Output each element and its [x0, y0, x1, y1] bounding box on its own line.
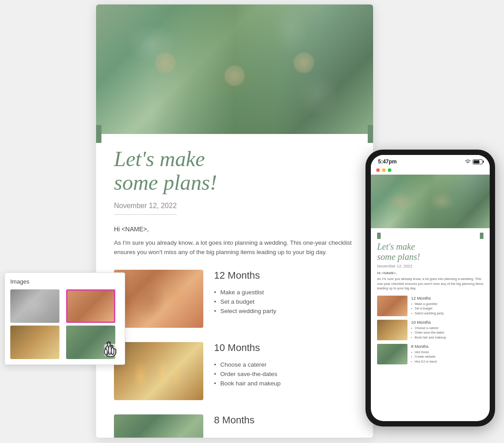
phone-hero-image [371, 175, 490, 228]
phone-email-greeting: Hi <NAME>, [377, 271, 483, 275]
email-title-line1: Let's make [114, 147, 205, 171]
accent-bar-left [96, 125, 101, 143]
phone-accent-bars [377, 233, 483, 239]
email-date: November 12, 2022 [114, 202, 177, 215]
browser-dot-yellow [382, 168, 386, 172]
section-text-8-months: 8 Months [214, 414, 355, 432]
list-item: Select wedding party [214, 306, 355, 316]
phone-status-icons [465, 159, 483, 164]
phone-section-img-glasses [377, 320, 407, 340]
phone-list-item: Hire florist [411, 350, 483, 355]
phone-section-heading-10: 10 Months [411, 320, 483, 325]
phone-list-item: Select wedding party [411, 311, 483, 316]
phone-screen: 5:47pm [371, 155, 490, 421]
battery-icon [473, 159, 483, 164]
email-content: Let's make some plans! November 12, 2022… [96, 134, 373, 438]
phone-email-date: November 12, 2022 [377, 264, 483, 268]
phone-list-item: Choose a caterer [411, 326, 483, 331]
email-hero-image [96, 4, 373, 134]
phone-section-12-months: 12 Months Make a guestlist Set a budget … [377, 296, 483, 316]
list-item: Book hair and makeup [214, 379, 355, 388]
browser-dot-red [376, 168, 380, 172]
section-list-12-months: Make a guestlist Set a budget Select wed… [214, 288, 355, 316]
section-heading-12-months: 12 Months [214, 270, 355, 281]
email-section-8-months: 8 Months [114, 414, 355, 438]
phone-list-item: Hire DJ or band [411, 359, 483, 364]
section-heading-8-months: 8 Months [214, 414, 355, 426]
phone-section-img-couple [377, 296, 407, 316]
phone-status-bar: 5:47pm [371, 155, 490, 167]
phone-accent-bar-right [480, 233, 483, 239]
phone-browser-bar [371, 167, 490, 175]
phone-list-item: Set a budget [411, 306, 483, 311]
section-list-10-months: Choose a caterer Order save-the-dates Bo… [214, 360, 355, 388]
section-image-floral [114, 414, 203, 438]
phone-list-item: Create website [411, 355, 483, 359]
section-image-glasses [114, 342, 203, 400]
email-section-10-months: 10 Months Choose a caterer Order save-th… [114, 342, 355, 400]
images-panel: Images [4, 272, 125, 365]
section-text-10-months: 10 Months Choose a caterer Order save-th… [214, 342, 355, 388]
phone-section-text-12: 12 Months Make a guestlist Set a budget … [411, 296, 483, 316]
list-item: Make a guestlist [214, 288, 355, 297]
thumbnail-1[interactable] [10, 289, 59, 323]
thumbnail-2[interactable] [66, 289, 115, 323]
hero-table-sim [96, 4, 373, 134]
list-item: Choose a caterer [214, 360, 355, 369]
email-section-12-months: 12 Months Make a guestlist Set a budget … [114, 270, 355, 328]
email-greeting: Hi <NAME>, [114, 226, 355, 233]
phone-list-item: Book hair and makeup [411, 335, 483, 340]
browser-dot-green [388, 168, 391, 172]
accent-bar-right [368, 125, 373, 143]
phone-title-line1: Let's make [377, 242, 415, 251]
email-title: Let's make some plans! [114, 147, 355, 195]
thumbnail-3[interactable] [10, 326, 59, 359]
phone-list-item: Make a guestlist [411, 302, 483, 307]
email-preview: Let's make some plans! November 12, 2022… [96, 4, 373, 438]
phone-mockup: 5:47pm [365, 150, 495, 426]
email-title-line2: some plans! [114, 171, 217, 194]
phone-section-text-8: 8 Months Hire florist Create website Hir… [411, 344, 483, 364]
email-body-text: As I'm sure you already know, a lot goes… [114, 238, 355, 257]
phone-section-list-8: Hire florist Create website Hire DJ or b… [411, 350, 483, 364]
phone-section-img-floral [377, 344, 407, 364]
svg-point-4 [105, 349, 107, 355]
phone-email-title: Let's make some plans! [377, 242, 483, 262]
phone-time: 5:47pm [378, 159, 397, 165]
phone-section-heading-12: 12 Months [411, 296, 483, 301]
phone-list-item: Order save-the-dates [411, 330, 483, 335]
phone-section-text-10: 10 Months Choose a caterer Order save-th… [411, 320, 483, 340]
phone-hero-pattern [371, 175, 490, 228]
images-panel-title: Images [10, 278, 119, 285]
section-heading-10-months: 10 Months [214, 342, 355, 354]
wifi-icon [465, 159, 471, 164]
phone-section-list-12: Make a guestlist Set a budget Select wed… [411, 302, 483, 316]
phone-email-body: As I'm sure you already know, a lot goes… [377, 277, 483, 291]
phone-section-8-months: 8 Months Hire florist Create website Hir… [377, 344, 483, 364]
phone-section-heading-8: 8 Months [411, 344, 483, 349]
phone-title-line2: some plans! [377, 252, 420, 262]
phone-accent-bar-left [377, 233, 381, 239]
section-image-couple [114, 270, 203, 328]
section-text-12-months: 12 Months Make a guestlist Set a budget … [214, 270, 355, 316]
phone-section-10-months: 10 Months Choose a caterer Order save-th… [377, 320, 483, 340]
phone-section-list-10: Choose a caterer Order save-the-dates Bo… [411, 326, 483, 340]
phone-email-content: Let's make some plans! November 12, 2022… [371, 228, 490, 372]
list-item: Order save-the-dates [214, 369, 355, 379]
battery-fill [474, 160, 479, 163]
list-item: Set a budget [214, 297, 355, 306]
cursor-hand-icon [101, 339, 119, 359]
